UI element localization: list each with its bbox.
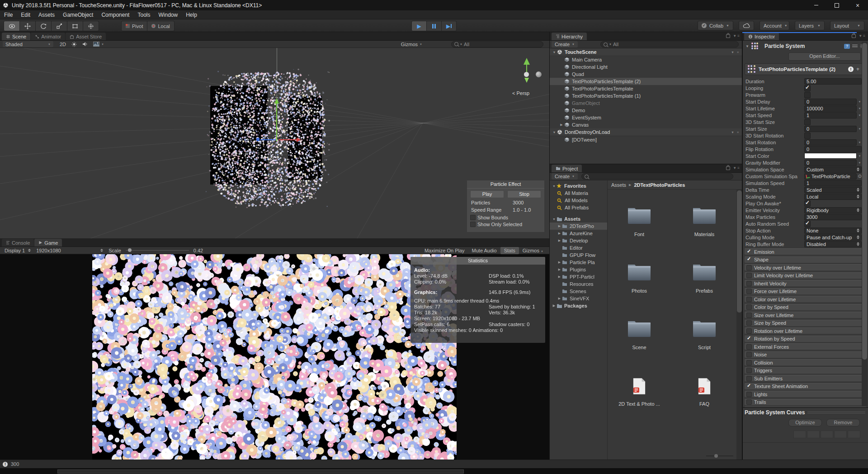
module-toggle-row[interactable]: Trails <box>744 399 867 406</box>
tab-game[interactable]: Game <box>34 239 62 246</box>
resolution-dropdown[interactable]: 1920x1080 <box>33 247 106 254</box>
property-value-control[interactable]: 0 <box>804 126 862 132</box>
show-only-selected-checkbox[interactable]: Show Only Selected <box>467 220 544 227</box>
project-asset[interactable]: Prefabs <box>675 258 734 315</box>
project-tree-folder[interactable]: Resources <box>550 280 607 288</box>
hierarchy-row[interactable]: [DOTween] <box>550 136 742 143</box>
gizmo-y-cone-icon[interactable] <box>524 58 530 65</box>
gizmo-x-arrow-icon[interactable] <box>297 137 301 142</box>
module-toggle-row[interactable]: Size by Speed <box>744 320 867 327</box>
gizmo-z-handle-icon[interactable] <box>256 138 259 141</box>
property-value-control[interactable] <box>804 221 862 227</box>
property-value-control[interactable]: Rigidbody <box>804 207 862 213</box>
module-toggle-row[interactable]: Triggers <box>744 367 867 374</box>
module-toggle-row[interactable]: Color by Speed <box>744 304 867 311</box>
property-value[interactable]: 1 <box>804 112 857 118</box>
property-value[interactable]: Local <box>804 194 862 200</box>
scene-gizmos-dropdown[interactable]: Gizmos▼ <box>398 41 425 48</box>
property-value[interactable]: 3000 <box>804 214 862 220</box>
hierarchy-row[interactable]: ▼ DontDestroyOnLoad <box>550 128 742 136</box>
curve-presets[interactable] <box>793 431 868 438</box>
property-value-control[interactable] <box>804 133 862 138</box>
scale-slider-knob[interactable] <box>128 248 132 252</box>
gizmo-x-ball-icon[interactable] <box>536 71 542 77</box>
project-asset[interactable]: Script <box>675 315 734 371</box>
module-checkbox[interactable] <box>746 320 752 326</box>
status-bar[interactable]: ! 300 <box>0 460 868 468</box>
hierarchy-search-input[interactable]: ▼ All <box>600 41 739 47</box>
property-value-control[interactable]: Local <box>804 194 862 199</box>
property-value[interactable]: Rigidbody <box>804 207 862 213</box>
property-value[interactable]: 0 <box>804 126 857 132</box>
property-value[interactable]: TextPhotoParticle <box>804 173 857 180</box>
hierarchy-row[interactable]: ▶ Canvas <box>550 121 742 128</box>
assets-root[interactable]: ▼ Assets <box>550 215 607 223</box>
module-checkbox[interactable] <box>746 289 752 294</box>
tab-scene[interactable]: Scene <box>2 33 30 40</box>
module-checkbox[interactable] <box>746 336 752 341</box>
project-tree-folder[interactable]: Editor <box>550 244 607 251</box>
particle-stop-button[interactable]: Stop <box>507 190 541 198</box>
scene-lighting-toggle[interactable] <box>69 41 80 48</box>
scene-audio-toggle[interactable] <box>80 41 90 48</box>
favorite-item[interactable]: All Models <box>550 197 607 204</box>
close-button[interactable]: × <box>847 0 868 10</box>
tab-animator[interactable]: Animator <box>31 33 65 40</box>
property-value[interactable]: 0 <box>804 146 862 152</box>
cloud-button[interactable] <box>739 21 754 30</box>
hierarchy-row[interactable]: ▼ ToucheScene <box>550 48 742 56</box>
module-toggle-row[interactable]: Size over Lifetime <box>744 312 867 318</box>
panel-menu-icon[interactable]: ▼ ≡ <box>733 34 740 38</box>
menu-item[interactable]: Tools <box>133 10 154 19</box>
particle-play-button[interactable]: Play <box>470 190 504 198</box>
property-value-control[interactable]: Scaled <box>804 187 862 193</box>
module-toggle-row[interactable]: Collision <box>744 359 867 366</box>
open-editor-button[interactable]: Open Editor... <box>788 52 861 61</box>
property-value-control[interactable]: 0 <box>804 160 862 166</box>
help-icon[interactable]: ? <box>844 44 850 49</box>
menu-item[interactable]: Edit <box>17 10 34 19</box>
gizmo-down-cone-icon[interactable] <box>524 78 529 83</box>
property-value[interactable]: Scaled <box>804 187 862 193</box>
project-asset[interactable]: 2D Text & Photo ... <box>609 371 669 428</box>
expand-arrow-icon[interactable]: ▶ <box>557 232 562 235</box>
property-value[interactable]: Custom <box>804 166 862 173</box>
property-value-control[interactable]: 100000 <box>804 105 862 111</box>
step-button[interactable]: ▶ <box>442 21 457 31</box>
menu-item[interactable]: Window <box>154 10 182 19</box>
game-viewport[interactable]: Statistics Audio: Level: -74.8 dBDSP loa… <box>0 254 550 460</box>
project-asset[interactable]: Scene <box>609 315 669 371</box>
project-tree-folder[interactable]: ▶ 2DTextPho <box>550 223 607 230</box>
module-checkbox[interactable] <box>746 249 752 255</box>
module-toggle-row[interactable]: Lights <box>744 391 867 398</box>
module-toggle-row[interactable]: Rotation by Speed <box>744 336 867 342</box>
project-asset[interactable]: Materials <box>675 202 734 258</box>
expand-arrow-icon[interactable]: ▶ <box>557 239 562 242</box>
tab-asset-store[interactable]: Asset Store <box>66 33 106 40</box>
particle-system-main-module[interactable]: TextPhotoParticlesTemplate (2) ! + <box>745 63 863 75</box>
gizmo-center[interactable] <box>524 72 529 77</box>
presets-icon[interactable] <box>852 44 858 48</box>
rotate-tool-button[interactable] <box>36 21 52 31</box>
module-checkbox[interactable] <box>746 399 752 405</box>
project-tree-folder[interactable]: ▶ Particle Pla <box>550 259 607 266</box>
project-tree-folder[interactable]: ▶ PPT-Particl <box>550 273 607 280</box>
local-toggle-button[interactable]: Local <box>147 21 174 31</box>
gizmo-y-axis[interactable] <box>276 103 277 141</box>
optimize-button[interactable]: Optimize <box>788 419 822 427</box>
property-value-control[interactable]: TextPhotoParticle <box>804 173 862 179</box>
project-create-button[interactable]: Create▼ <box>552 173 578 180</box>
module-toggle-row[interactable]: Velocity over Lifetime <box>744 264 867 271</box>
show-bounds-checkbox[interactable]: Show Bounds <box>467 213 544 220</box>
module-checkbox[interactable] <box>746 344 752 350</box>
expand-arrow-icon[interactable]: ▶ <box>559 123 564 127</box>
property-value-control[interactable] <box>804 119 862 125</box>
module-checkbox[interactable] <box>746 257 752 262</box>
project-tree-folder[interactable]: GPUP Flow <box>550 251 607 259</box>
foldout-arrow-icon[interactable]: ▼ <box>745 44 749 48</box>
breadcrumb-current[interactable]: 2DTextPhotoParticles <box>634 182 685 188</box>
project-tree-folder[interactable]: ▶ AzureKine <box>550 230 607 237</box>
property-value-control[interactable] <box>804 200 862 206</box>
account-dropdown[interactable]: Account▼ <box>760 21 789 30</box>
tab-hierarchy[interactable]: Hierarchy <box>552 33 587 40</box>
